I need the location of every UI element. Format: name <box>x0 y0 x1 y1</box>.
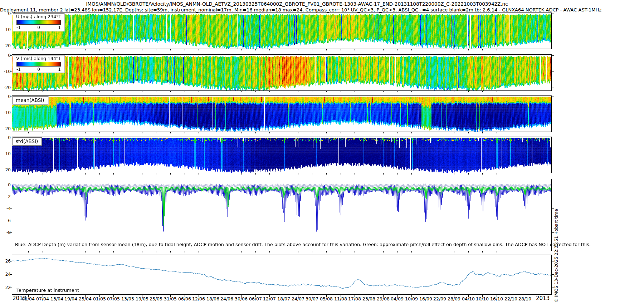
u-velocity-xtick-mark <box>170 49 171 50</box>
u-velocity-xtick-mark <box>199 49 199 50</box>
u-velocity-ytick-label: 0 <box>1 11 11 16</box>
std-absi-xtick-mark <box>57 173 57 175</box>
std-absi-xtick-mark <box>298 173 298 175</box>
std-absi-xtick-mark <box>269 173 270 175</box>
v-velocity-xtick-mark <box>341 91 341 92</box>
std-absi-xtick-mark <box>213 173 213 175</box>
adcp-depth-xtick-mark <box>440 251 440 252</box>
adcp-depth-ytick-label: -2 <box>1 195 11 199</box>
u-colorbar-tick-min: -1 <box>16 25 21 30</box>
mean-absi-ytick-mark-left <box>10 113 12 113</box>
std-absi-xtick-mark <box>142 173 142 175</box>
u-colorbar-tick-zero: 0 <box>37 25 40 30</box>
temperature-ytick-mark-left <box>10 274 12 275</box>
adcp-depth-xtick-mark <box>142 251 142 252</box>
u-velocity-xtick-mark <box>511 49 511 50</box>
v-velocity-xtick-mark <box>113 91 114 92</box>
mean-absi-xtick-mark <box>170 132 171 133</box>
v-velocity-xtick-mark <box>326 91 327 92</box>
temperature-label: Temperature at instrument <box>16 288 79 293</box>
u-velocity-xtick-mark <box>113 49 114 50</box>
mean-absi-xtick-mark <box>411 132 412 133</box>
adcp-depth-ytick-mark-left <box>10 209 12 209</box>
temperature-ytick-mark-left <box>10 261 12 261</box>
u-colorbar-ticks: -1 0 1 <box>16 25 61 30</box>
v-velocity-xtick-mark <box>156 91 156 92</box>
mean-absi-xtick-mark <box>185 132 185 133</box>
adcp-depth-xtick-mark <box>482 251 483 252</box>
u-colorbar-legend: U (m/s) along 234°T -1 0 1 <box>13 13 64 31</box>
u-velocity-xtick-mark <box>185 49 185 50</box>
imos-watermark: © IMOS 13-Dec-2025 22:35:51 Hobart time <box>554 209 559 303</box>
mean-absi-xtick-mark <box>298 132 298 133</box>
mean-absi-ytick-label: -20 <box>1 127 11 131</box>
u-velocity-xtick-mark <box>397 49 397 50</box>
u-velocity-xtick-mark <box>128 49 128 50</box>
std-absi-ytick-mark-right <box>552 154 554 154</box>
mean-absi-xtick-mark <box>525 132 525 133</box>
v-velocity-xtick-mark <box>142 91 142 92</box>
mean-absi-xtick-mark <box>57 132 57 133</box>
adcp-depth-xtick-mark <box>454 251 454 252</box>
adcp-depth-xtick-mark <box>85 251 86 252</box>
mean-absi-xtick-mark <box>28 132 29 133</box>
u-velocity-ytick-mark-left <box>10 14 12 14</box>
adcp-depth-ytick-mark-left <box>10 197 12 197</box>
v-velocity-xtick-mark <box>128 91 128 92</box>
v-velocity-xtick-mark <box>411 91 412 92</box>
u-velocity-ytick-mark-left <box>10 30 12 30</box>
v-velocity-xtick-mark <box>213 91 213 92</box>
u-colorbar-tick-max: 1 <box>58 25 61 30</box>
u-velocity-xtick-mark <box>369 49 369 50</box>
adcp-depth-xtick-mark <box>369 251 369 252</box>
temperature-plot <box>12 255 552 295</box>
mean-absi-xtick-mark <box>397 132 397 133</box>
u-velocity-ytick-label: -10 <box>1 28 11 32</box>
u-velocity-xtick-mark <box>411 49 412 50</box>
mean-absi-xtick-mark <box>482 132 483 133</box>
v-velocity-xtick-mark <box>185 91 185 92</box>
mean-absi-xtick-mark <box>269 132 270 133</box>
adcp-depth-xtick-mark <box>525 251 525 252</box>
v-colorbar-legend: V (m/s) along 144°T -1 0 1 <box>13 55 64 73</box>
u-velocity-ytick-mark-right <box>552 46 554 46</box>
v-velocity-xtick-mark <box>426 91 426 92</box>
std-absi-xtick-mark <box>28 173 29 175</box>
std-absi-ytick-mark-left <box>10 138 12 138</box>
mean-absi-xtick-mark <box>326 132 327 133</box>
adcp-depth-xtick-mark <box>511 251 511 252</box>
adcp-depth-ytick-label: -4 <box>1 206 11 211</box>
mean-absi-label: mean(ABSI) <box>13 96 48 104</box>
v-colorbar-title: V (m/s) along 144°T <box>13 56 64 62</box>
adcp-depth-ytick-mark-left <box>10 185 12 185</box>
v-velocity-ytick-label: -10 <box>1 69 11 74</box>
u-velocity-xtick-mark <box>468 49 469 50</box>
mean-absi-xtick-mark <box>99 132 100 133</box>
adcp-depth-xtick-mark <box>213 251 213 252</box>
std-absi-xtick-mark <box>312 173 312 175</box>
std-absi-xtick-mark <box>326 173 327 175</box>
v-velocity-ytick-label: -20 <box>1 85 11 90</box>
adcp-depth-ytick-mark-left <box>10 232 12 233</box>
u-velocity-xtick-mark <box>71 49 71 50</box>
mean-absi-xtick-mark <box>156 132 156 133</box>
u-velocity-xtick-mark <box>142 49 142 50</box>
mean-absi-xtick-mark <box>71 132 71 133</box>
mean-absi-xtick-mark <box>227 132 227 133</box>
std-absi-xtick-mark <box>440 173 440 175</box>
mean-absi-ytick-mark-left <box>10 97 12 97</box>
v-velocity-plot <box>12 54 552 91</box>
u-velocity-ytick-mark-right <box>552 30 554 30</box>
mean-absi-xtick-mark <box>440 132 440 133</box>
mean-absi-ytick-mark-right <box>552 97 554 97</box>
v-velocity-xtick-mark <box>468 91 469 92</box>
v-colorbar-ticks: -1 0 1 <box>16 67 61 72</box>
adcp-depth-xtick-mark <box>397 251 397 252</box>
mean-absi-xtick-mark <box>128 132 128 133</box>
v-velocity-xtick-mark <box>511 91 511 92</box>
mean-absi-ytick-label: 0 <box>1 94 11 99</box>
std-absi-xtick-mark <box>170 173 171 175</box>
std-absi-xtick-mark <box>468 173 469 175</box>
temperature-ytick-label: 26 <box>1 259 11 263</box>
std-absi-ytick-label: -10 <box>1 152 11 156</box>
